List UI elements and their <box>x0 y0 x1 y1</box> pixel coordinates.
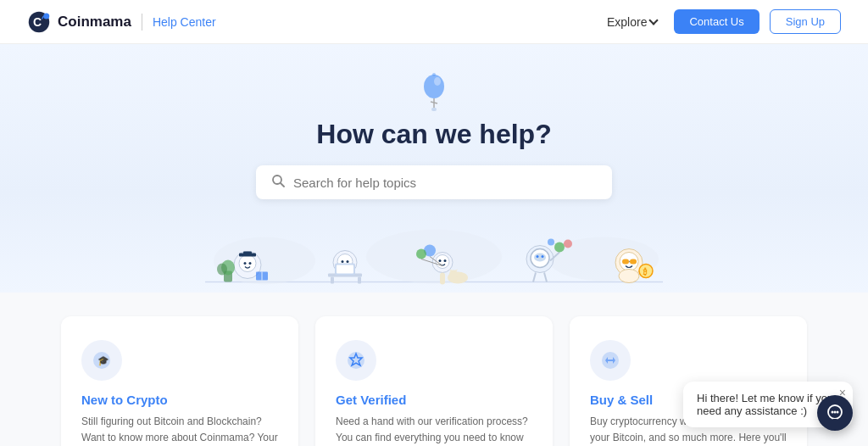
new-to-crypto-icon: 🎓 <box>81 340 122 381</box>
svg-point-63 <box>619 270 639 283</box>
get-verified-icon <box>336 340 376 381</box>
svg-point-54 <box>564 240 572 248</box>
search-input[interactable] <box>293 176 597 190</box>
svg-rect-19 <box>243 252 252 254</box>
svg-point-72 <box>834 411 837 414</box>
svg-line-56 <box>533 273 536 282</box>
svg-point-42 <box>416 249 426 259</box>
chat-bubble-text: Hi there! Let me know if you need any as… <box>697 392 833 417</box>
card-new-to-crypto-title: New to Crypto <box>81 393 278 407</box>
svg-point-30 <box>347 260 349 263</box>
svg-point-5 <box>434 77 441 86</box>
svg-text:🎓: 🎓 <box>97 354 109 366</box>
header-left: C Coinmama Help Center <box>27 10 216 34</box>
svg-point-49 <box>534 254 546 262</box>
svg-line-11 <box>281 183 284 187</box>
svg-point-53 <box>554 243 565 253</box>
header: C Coinmama Help Center Explore Contact U… <box>0 0 868 44</box>
svg-point-29 <box>342 260 344 263</box>
hero-title: How can we help? <box>316 119 551 150</box>
balloon-icon <box>412 68 456 112</box>
svg-point-4 <box>424 75 444 98</box>
card-new-to-crypto: 🎓 New to Crypto Still figuring out Bitco… <box>61 316 298 446</box>
svg-point-55 <box>548 239 554 246</box>
svg-point-73 <box>837 411 839 414</box>
explore-button[interactable]: Explore <box>600 10 664 34</box>
buy-sell-icon <box>590 340 631 381</box>
svg-line-7 <box>431 102 437 103</box>
search-icon <box>271 174 285 191</box>
logo-divider <box>142 14 142 31</box>
svg-rect-35 <box>337 265 353 274</box>
svg-rect-40 <box>440 273 445 285</box>
svg-point-38 <box>439 259 442 262</box>
hero-section: How can we help? <box>0 44 868 293</box>
explore-label: Explore <box>607 15 647 29</box>
svg-point-51 <box>542 255 544 258</box>
card-get-verified: Get Verified Need a hand with our verifi… <box>315 316 553 446</box>
signup-button[interactable]: Sign Up <box>770 9 841 34</box>
svg-rect-61 <box>630 259 637 265</box>
chevron-down-icon <box>649 15 659 25</box>
svg-point-24 <box>217 264 227 276</box>
logo-text: Coinmama <box>58 14 131 31</box>
chat-fab-button[interactable] <box>817 395 853 431</box>
card-get-verified-desc: Need a hand with our verification proces… <box>336 414 532 446</box>
svg-point-50 <box>537 255 539 258</box>
svg-point-46 <box>449 270 458 279</box>
card-new-to-crypto-desc: Still figuring out Bitcoin and Blockchai… <box>81 414 278 446</box>
contact-button[interactable]: Contact Us <box>674 9 759 34</box>
svg-point-37 <box>436 255 449 269</box>
svg-point-20 <box>244 262 247 265</box>
search-bar <box>256 165 612 199</box>
coinmama-logo-icon: C <box>27 10 51 34</box>
svg-rect-32 <box>331 277 334 284</box>
svg-point-17 <box>239 255 256 272</box>
svg-text:C: C <box>33 15 42 29</box>
svg-rect-33 <box>358 277 361 284</box>
card-get-verified-title: Get Verified <box>336 393 532 407</box>
svg-point-71 <box>832 411 834 414</box>
header-right: Explore Contact Us Sign Up <box>600 9 841 34</box>
svg-rect-8 <box>431 108 437 111</box>
svg-point-39 <box>444 259 447 262</box>
svg-point-9 <box>432 73 436 76</box>
svg-point-21 <box>249 262 252 265</box>
logo-area: C Coinmama <box>27 10 131 34</box>
svg-rect-60 <box>622 259 629 265</box>
chat-fab-icon <box>826 404 844 422</box>
svg-point-2 <box>43 13 49 19</box>
help-center-label: Help Center <box>153 15 216 29</box>
hero-illustration: ₿ <box>0 208 868 293</box>
svg-line-57 <box>544 273 547 282</box>
